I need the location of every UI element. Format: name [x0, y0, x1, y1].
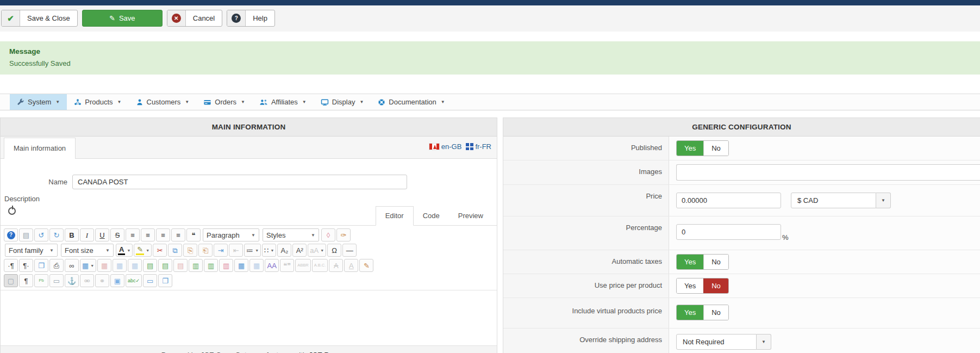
- include-virtual-no-button[interactable]: No: [703, 305, 728, 320]
- save-close-button[interactable]: ✔ Save & Close: [1, 10, 78, 27]
- justify-center-icon[interactable]: ≡: [141, 228, 155, 241]
- jce-pro-link[interactable]: JCE Pro: [309, 351, 336, 353]
- acronym-icon[interactable]: A.B.C.: [312, 259, 328, 272]
- bullet-list-icon[interactable]: ∷▼: [262, 244, 276, 257]
- split-cells-icon[interactable]: ▦: [249, 259, 264, 272]
- percentage-input[interactable]: [676, 224, 781, 240]
- tab-editor[interactable]: Editor: [376, 206, 414, 226]
- find-replace-icon[interactable]: ∞: [65, 259, 79, 272]
- underline-icon[interactable]: U: [95, 228, 109, 241]
- images-input[interactable]: [676, 164, 980, 181]
- menu-item-products[interactable]: Products▼: [67, 94, 128, 110]
- ins-icon[interactable]: A: [344, 259, 358, 272]
- merge-cells-icon[interactable]: ▦: [234, 259, 248, 272]
- superscript-icon[interactable]: A²: [292, 244, 307, 257]
- italic-icon[interactable]: I: [80, 228, 94, 241]
- show-invisible-icon[interactable]: ¶: [19, 274, 33, 287]
- help-icon[interactable]: ?: [4, 228, 18, 241]
- styles-select[interactable]: Styles▼: [263, 228, 319, 241]
- tab-preview[interactable]: Preview: [449, 207, 492, 225]
- menu-item-display[interactable]: Display▼: [314, 94, 371, 110]
- fullscreen-icon[interactable]: ❐: [34, 259, 48, 272]
- save-button[interactable]: ✎ Save: [82, 10, 163, 27]
- spellcheck-icon[interactable]: abc✓: [126, 274, 142, 287]
- subscript-icon[interactable]: A₂: [277, 244, 291, 257]
- image-icon[interactable]: ▣: [110, 274, 124, 287]
- anchor-icon[interactable]: ⚓: [65, 274, 79, 287]
- currency-select[interactable]: $ CAD ▼: [791, 193, 891, 208]
- font-size-select[interactable]: Font size▼: [61, 244, 114, 257]
- menu-item-orders[interactable]: Orders▼: [196, 94, 252, 110]
- paragraph-select[interactable]: Paragraph▼: [203, 228, 259, 241]
- use-price-per-product-no-button[interactable]: No: [703, 278, 728, 293]
- lang-fr-fr[interactable]: fr-FR: [466, 143, 491, 151]
- paragraph-ltr-icon[interactable]: ·¶: [4, 259, 18, 272]
- automatic-taxes-no-button[interactable]: No: [703, 255, 728, 269]
- bold-icon[interactable]: B: [65, 228, 79, 241]
- strikethrough-icon[interactable]: S: [110, 228, 124, 241]
- help-button[interactable]: ? Help: [227, 10, 275, 27]
- print-icon[interactable]: ⎙: [49, 259, 64, 272]
- cut-icon[interactable]: ✂: [153, 244, 167, 257]
- delete-table-icon[interactable]: ▦: [97, 259, 111, 272]
- layer-icon[interactable]: ▭: [143, 274, 157, 287]
- link-icon[interactable]: ⚭: [95, 274, 109, 287]
- case-change-icon[interactable]: aA▼: [308, 244, 326, 257]
- ordered-list-icon[interactable]: ≔▼: [244, 244, 261, 257]
- menu-item-affiliates[interactable]: Affiliates▼: [252, 94, 314, 110]
- tab-code[interactable]: Code: [414, 207, 449, 225]
- automatic-taxes-yes-button[interactable]: Yes: [677, 255, 703, 269]
- undo-icon[interactable]: ↺: [34, 228, 48, 241]
- row-delete-icon[interactable]: ▤: [173, 259, 188, 272]
- abbreviation-icon[interactable]: ABBR: [295, 259, 310, 272]
- power-toggle-icon[interactable]: [8, 207, 16, 215]
- menu-item-customers[interactable]: Customers▼: [129, 94, 197, 110]
- redo-icon[interactable]: ↻: [49, 228, 64, 241]
- col-delete-icon[interactable]: ▥: [219, 259, 233, 272]
- text-color-icon[interactable]: A▼: [116, 244, 133, 257]
- edit-html-icon[interactable]: ✎: [359, 259, 373, 272]
- price-input[interactable]: [676, 193, 781, 208]
- copy-icon[interactable]: ⧉: [168, 244, 182, 257]
- published-no-button[interactable]: No: [703, 141, 728, 156]
- horizontal-rule-icon[interactable]: —: [342, 244, 357, 257]
- table-cell-properties-icon[interactable]: ▦: [128, 259, 142, 272]
- eraser-icon[interactable]: ◊: [321, 228, 335, 241]
- menu-item-system[interactable]: System▼: [10, 94, 67, 110]
- override-shipping-address-select[interactable]: Not Required ▼: [676, 334, 771, 350]
- new-document-icon[interactable]: ▤: [19, 228, 33, 241]
- editor-content-area[interactable]: [1, 290, 497, 346]
- lang-en-gb[interactable]: en-GB: [429, 143, 462, 151]
- menu-item-documentation[interactable]: Documentation▼: [371, 94, 452, 110]
- highlight-color-icon[interactable]: ✎▼: [134, 244, 152, 257]
- iframe-icon[interactable]: ❐: [158, 274, 172, 287]
- del-icon[interactable]: A: [329, 259, 343, 272]
- tab-main-information[interactable]: Main information: [4, 138, 76, 159]
- paste-text-icon[interactable]: ⎗: [198, 244, 213, 257]
- justify-full-icon[interactable]: ≡: [126, 228, 140, 241]
- chevron-down-icon[interactable]: ▼: [876, 193, 891, 208]
- published-yes-button[interactable]: Yes: [677, 141, 703, 156]
- name-input[interactable]: [72, 175, 407, 189]
- paste-icon[interactable]: ⎘: [183, 244, 197, 257]
- special-character-icon[interactable]: Ω: [327, 244, 341, 257]
- paragraph-rtl-icon[interactable]: ¶·: [19, 259, 33, 272]
- indent-icon[interactable]: ⇥: [214, 244, 228, 257]
- font-family-select[interactable]: Font family▼: [5, 244, 58, 257]
- row-insert-after-icon[interactable]: ▤: [158, 259, 172, 272]
- row-insert-before-icon[interactable]: ▤: [143, 259, 157, 272]
- table-row-properties-icon[interactable]: ▦: [113, 259, 127, 272]
- use-price-per-product-yes-button[interactable]: Yes: [677, 278, 703, 293]
- cleanup-icon[interactable]: ✑: [336, 228, 351, 241]
- unlink-icon[interactable]: ⚮: [80, 274, 94, 287]
- insert-button-icon[interactable]: ▭: [49, 274, 64, 287]
- justify-right-icon[interactable]: ≡: [171, 228, 185, 241]
- visual-chars-icon[interactable]: AA: [265, 259, 279, 272]
- citation-icon[interactable]: ❝❞: [280, 259, 294, 272]
- col-insert-after-icon[interactable]: ▥: [204, 259, 218, 272]
- cancel-button[interactable]: ✕ Cancel: [167, 10, 222, 27]
- visual-aid-icon[interactable]: ▢: [4, 274, 18, 287]
- justify-left-icon[interactable]: ≡: [156, 228, 170, 241]
- outdent-icon[interactable]: ⇤: [229, 244, 243, 257]
- col-insert-before-icon[interactable]: ▥: [189, 259, 203, 272]
